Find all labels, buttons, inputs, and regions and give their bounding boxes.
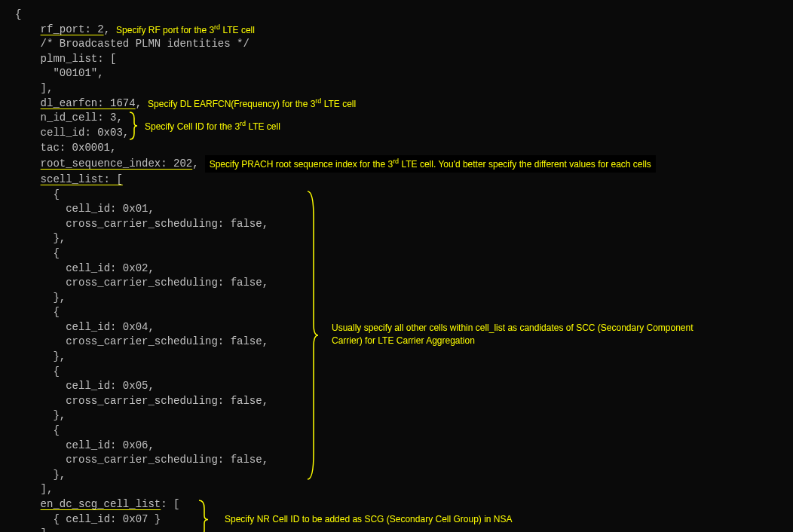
brace-open: { xyxy=(53,365,59,378)
code-line: { xyxy=(15,365,778,380)
code-line: { xyxy=(15,188,778,203)
scell-ccs: cross_carrier_scheduling: false, xyxy=(66,335,268,347)
code-line: cell_id: 0x05, xyxy=(15,379,778,394)
code-line: }, xyxy=(15,408,778,423)
code-line: { xyxy=(15,423,778,439)
brace-close: }, xyxy=(53,469,66,481)
code-line-dl-earfcn: dl_earfcn: 1674,Specify DL EARFCN(Freque… xyxy=(15,96,778,112)
comma: , xyxy=(136,97,142,109)
scell-block: { cell_id: 0x01, cross_carrier_schedulin… xyxy=(15,188,778,483)
scell-list-open: scell_list: [ xyxy=(41,173,123,185)
cell-id: cell_id: 0x03, xyxy=(41,127,130,139)
tac: tac: 0x0001, xyxy=(41,142,117,154)
code-line: }, xyxy=(15,468,778,483)
brace-close: }, xyxy=(53,232,66,244)
brace-open: { xyxy=(53,424,59,436)
scell-cellid: cell_id: 0x01, xyxy=(66,203,155,215)
code-line: en_dc_scg_cell_list: [ xyxy=(15,497,778,512)
brace-open: { xyxy=(53,188,59,200)
brace-open: { xyxy=(53,306,59,318)
code-line: cross_carrier_scheduling: false, xyxy=(15,217,778,232)
code-line: { xyxy=(15,8,778,23)
brace-icon xyxy=(308,188,318,483)
n-id-cell: n_id_cell: 3, xyxy=(41,112,123,124)
comma: , xyxy=(192,157,198,170)
code-line: scell_list: [ xyxy=(15,173,778,188)
code-line: cell_id: 0x01, xyxy=(15,202,778,217)
root-seq-annotation: Specify PRACH root sequence index for th… xyxy=(205,155,656,173)
scell-close: ], xyxy=(41,483,54,495)
plmn-value: "00101", xyxy=(53,67,103,79)
scell-cellid: cell_id: 0x05, xyxy=(66,380,155,392)
cell-id-block: n_id_cell: 3, cell_id: 0x03, Specify Cel… xyxy=(15,111,778,140)
scell-cellid: cell_id: 0x06, xyxy=(66,439,155,451)
scell-ccs: cross_carrier_scheduling: false, xyxy=(66,218,268,230)
code-line: { xyxy=(15,246,778,261)
code-line: /* Broadcasted PLMN identities */ xyxy=(15,37,778,52)
code-line: }, xyxy=(15,231,778,246)
en-dc-item: { cell_id: 0x07 } xyxy=(53,513,161,525)
brace-close: }, xyxy=(53,350,66,362)
en-dc-annotation: Specify NR Cell ID to be added as SCG (S… xyxy=(225,513,513,526)
code-line: plmn_list: [ xyxy=(15,52,778,67)
rf-port-key: rf_port: 2 xyxy=(41,23,104,35)
en-dc-close: ], xyxy=(41,527,54,532)
code-line-root-seq: root_sequence_index: 202,Specify PRACH r… xyxy=(15,155,778,173)
code-line: cross_carrier_scheduling: false, xyxy=(15,394,778,409)
brace-open: { xyxy=(53,247,59,259)
root-seq-key: root_sequence_index: 202 xyxy=(41,157,193,170)
code-line: cell_id: 0x02, xyxy=(15,261,778,277)
cell-id-annotation: Specify Cell ID for the 3rd LTE cell xyxy=(145,119,280,133)
code-line: cell_id: 0x06, xyxy=(15,439,778,454)
scell-ccs: cross_carrier_scheduling: false, xyxy=(66,395,268,407)
code-line: }, xyxy=(15,350,778,365)
code-line: cross_carrier_scheduling: false, xyxy=(15,276,778,291)
plmn-list-close: ], xyxy=(41,82,54,94)
scell-cellid: cell_id: 0x04, xyxy=(66,321,155,333)
code-line: ], xyxy=(15,527,778,532)
code-line: { xyxy=(15,305,778,320)
scell-cellid: cell_id: 0x02, xyxy=(66,262,155,274)
plmn-list-open: plmn_list: [ xyxy=(41,53,117,65)
scell-ccs: cross_carrier_scheduling: false, xyxy=(66,454,268,466)
code-line: "00101", xyxy=(15,66,778,81)
code-line-rf-port: rf_port: 2,Specify RF port for the 3rd L… xyxy=(15,23,778,38)
code-line: ], xyxy=(15,81,778,96)
scell-ccs: cross_carrier_scheduling: false, xyxy=(66,277,268,289)
scell-annotation: Usually specify all other cells within c… xyxy=(332,323,693,348)
comma: , xyxy=(104,23,110,35)
dl-earfcn-key: dl_earfcn: 1674 xyxy=(41,97,136,109)
en-dc-key: en_dc_scg_cell_list xyxy=(41,498,161,510)
code-line: }, xyxy=(15,291,778,306)
brace-close: }, xyxy=(53,292,66,304)
en-dc-block: en_dc_scg_cell_list: [ { cell_id: 0x07 }… xyxy=(15,497,778,532)
plmn-comment: /* Broadcasted PLMN identities */ xyxy=(41,38,250,50)
en-dc-open: : [ xyxy=(161,498,179,510)
code-line: cross_carrier_scheduling: false, xyxy=(15,453,778,468)
rf-port-annotation: Specify RF port for the 3rd LTE cell xyxy=(116,23,255,37)
brace-icon xyxy=(130,111,137,140)
code-line: tac: 0x0001, xyxy=(15,141,778,156)
brace-close: }, xyxy=(53,409,66,421)
code-line: ], xyxy=(15,482,778,497)
dl-earfcn-annotation: Specify DL EARFCN(Frequency) for the 3rd… xyxy=(148,96,356,111)
brace-icon xyxy=(199,497,208,532)
